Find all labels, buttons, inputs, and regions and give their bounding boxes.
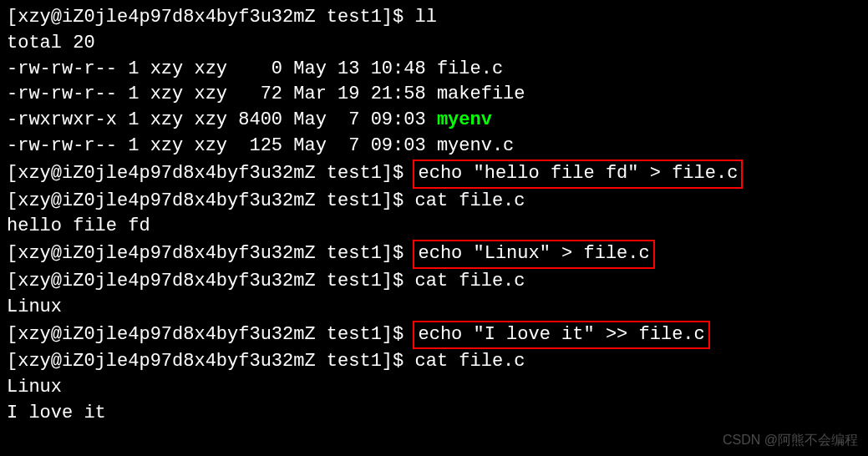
command-cat[interactable]: cat file.c — [414, 271, 525, 291]
output-total: total 20 — [7, 31, 861, 57]
prompt: [xzy@iZ0jle4p97d8x4byf3u32mZ test1]$ — [7, 324, 414, 345]
prompt: [xzy@iZ0jle4p97d8x4byf3u32mZ test1]$ — [7, 190, 414, 211]
prompt: [xzy@iZ0jle4p97d8x4byf3u32mZ test1]$ — [7, 271, 414, 291]
terminal-line: [xzy@iZ0jle4p97d8x4byf3u32mZ test1]$ ech… — [7, 160, 861, 189]
file-perms: -rwxrwxr-x 1 xzy xzy 8400 May 7 09:03 — [7, 109, 437, 130]
output-cat: I love it — [7, 401, 861, 427]
prompt: [xzy@iZ0jle4p97d8x4byf3u32mZ test1]$ — [7, 351, 414, 372]
command-echo-redirect[interactable]: echo "hello file fd" > file.c — [413, 160, 743, 189]
output-cat: hello file fd — [7, 214, 861, 240]
terminal-line: [xzy@iZ0jle4p97d8x4byf3u32mZ test1]$ cat… — [7, 349, 861, 375]
output-file-row: -rwxrwxr-x 1 xzy xzy 8400 May 7 09:03 my… — [7, 108, 861, 134]
prompt: [xzy@iZ0jle4p97d8x4byf3u32mZ test1]$ — [7, 7, 414, 28]
command-ll[interactable]: ll — [414, 7, 436, 28]
output-cat: Linux — [7, 295, 861, 321]
prompt: [xzy@iZ0jle4p97d8x4byf3u32mZ test1]$ — [7, 243, 414, 264]
output-file-row: -rw-rw-r-- 1 xzy xzy 125 May 7 09:03 mye… — [7, 134, 861, 160]
terminal-line: [xzy@iZ0jle4p97d8x4byf3u32mZ test1]$ ech… — [7, 240, 861, 269]
command-echo-redirect[interactable]: echo "Linux" > file.c — [413, 240, 654, 269]
watermark: CSDN @阿熊不会编程 — [723, 431, 858, 449]
terminal-line: [xzy@iZ0jle4p97d8x4byf3u32mZ test1]$ ech… — [7, 321, 861, 350]
terminal-line: [xzy@iZ0jle4p97d8x4byf3u32mZ test1]$ ll — [7, 5, 861, 31]
terminal-line: [xzy@iZ0jle4p97d8x4byf3u32mZ test1]$ cat… — [7, 189, 861, 215]
output-file-row: -rw-rw-r-- 1 xzy xzy 0 May 13 10:48 file… — [7, 57, 861, 83]
command-cat[interactable]: cat file.c — [414, 351, 525, 372]
command-echo-append[interactable]: echo "I love it" >> file.c — [413, 321, 709, 350]
executable-name: myenv — [437, 109, 492, 130]
output-file-row: -rw-rw-r-- 1 xzy xzy 72 Mar 19 21:58 mak… — [7, 82, 861, 108]
output-cat: Linux — [7, 375, 861, 401]
command-cat[interactable]: cat file.c — [414, 190, 525, 211]
prompt: [xzy@iZ0jle4p97d8x4byf3u32mZ test1]$ — [7, 163, 414, 184]
terminal-line: [xzy@iZ0jle4p97d8x4byf3u32mZ test1]$ cat… — [7, 269, 861, 295]
